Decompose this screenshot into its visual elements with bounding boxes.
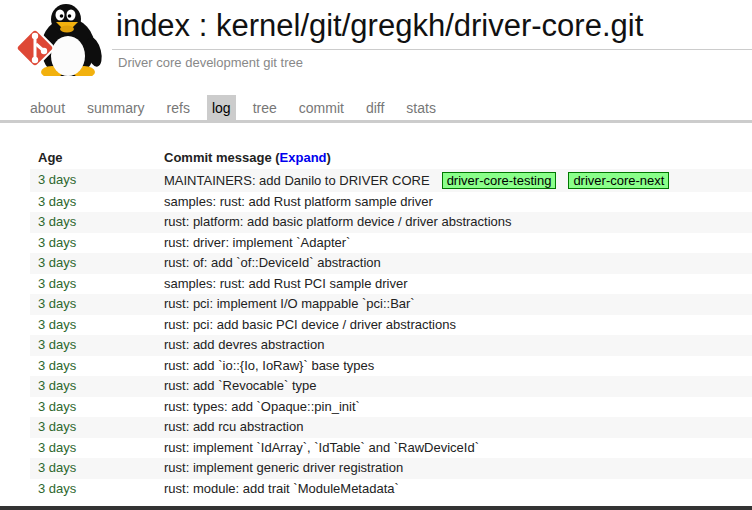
commit-row: 3 daysrust: platform: add basic platform… [30, 212, 752, 233]
commit-age: 3 days [38, 172, 76, 187]
commit-header-suffix: ) [327, 150, 331, 165]
page-title[interactable]: index : kernel/git/gregkh/driver-core.gi… [112, 2, 752, 49]
commit-row: 3 daysrust: types: add `Opaque::pin_init… [30, 397, 752, 418]
commit-message-link[interactable]: MAINTAINERS: add Danilo to DRIVER CORE [164, 173, 430, 188]
commit-message-link[interactable]: rust: pci: implement I/O mappable `pci::… [164, 296, 415, 311]
commit-row: 3 daysrust: add devres abstraction [30, 335, 752, 356]
commit-age: 3 days [38, 255, 76, 270]
commit-message-cell: rust: driver: implement `Adapter` [156, 233, 752, 254]
commit-row: 3 dayssamples: rust: add Rust PCI sample… [30, 274, 752, 295]
commit-age: 3 days [38, 194, 76, 209]
commit-age-cell: 3 days [30, 458, 156, 479]
commit-row: 3 daysrust: module: add trait `ModuleMet… [30, 479, 752, 500]
tab-log[interactable]: log [207, 95, 236, 120]
repo-description: Driver core development git tree [112, 49, 752, 70]
commit-message-cell: rust: add rcu abstraction [156, 417, 752, 438]
commit-age-cell: 3 days [30, 417, 156, 438]
tab-summary[interactable]: summary [82, 95, 150, 120]
commit-age: 3 days [38, 440, 76, 455]
bottom-edge-bar [0, 506, 752, 510]
commit-age: 3 days [38, 378, 76, 393]
commit-message-link[interactable]: samples: rust: add Rust platform sample … [164, 194, 433, 209]
column-header-commit-message: Commit message (Expand) [156, 148, 752, 169]
commit-age-cell: 3 days [30, 356, 156, 377]
commit-age-cell: 3 days [30, 294, 156, 315]
commit-age: 3 days [38, 317, 76, 332]
log-table: Age Commit message (Expand) 3 daysMAINTA… [30, 148, 752, 499]
tab-about[interactable]: about [25, 95, 70, 120]
tab-tree[interactable]: tree [248, 95, 282, 120]
content: Age Commit message (Expand) 3 daysMAINTA… [0, 148, 752, 499]
tab-bar: aboutsummaryrefslogtreecommitdiffstats [0, 95, 752, 123]
commit-row: 3 daysrust: of: add `of::DeviceId` abstr… [30, 253, 752, 274]
tab-diff[interactable]: diff [361, 95, 389, 120]
commit-message-cell: rust: implement generic driver registrat… [156, 458, 752, 479]
commit-age-cell: 3 days [30, 479, 156, 500]
branch-decoration-badge[interactable]: driver-core-next [568, 172, 669, 189]
column-header-age: Age [30, 148, 156, 169]
cgit-logo[interactable] [4, 2, 110, 76]
commit-message-cell: samples: rust: add Rust platform sample … [156, 192, 752, 213]
commit-age-cell: 3 days [30, 376, 156, 397]
commit-age: 3 days [38, 296, 76, 311]
commit-message-link[interactable]: rust: add `io::{Io, IoRaw}` base types [164, 358, 374, 373]
commit-message-link[interactable]: rust: of: add `of::DeviceId` abstraction [164, 255, 381, 270]
commit-age-cell: 3 days [30, 169, 156, 192]
header-main: index : kernel/git/gregkh/driver-core.gi… [112, 2, 752, 70]
commit-message-cell: rust: implement `IdArray`, `IdTable` and… [156, 438, 752, 459]
commit-age: 3 days [38, 399, 76, 414]
commit-age: 3 days [38, 276, 76, 291]
commit-message-link[interactable]: rust: implement generic driver registrat… [164, 460, 403, 475]
commit-row: 3 daysrust: add `Revocable` type [30, 376, 752, 397]
commit-row: 3 daysrust: add rcu abstraction [30, 417, 752, 438]
commit-age: 3 days [38, 358, 76, 373]
commit-age: 3 days [38, 460, 76, 475]
commit-age-cell: 3 days [30, 192, 156, 213]
header: index : kernel/git/gregkh/driver-core.gi… [0, 0, 752, 70]
commit-age-cell: 3 days [30, 335, 156, 356]
commit-message-cell: rust: platform: add basic platform devic… [156, 212, 752, 233]
commit-message-link[interactable]: rust: add devres abstraction [164, 337, 324, 352]
commit-age-cell: 3 days [30, 274, 156, 295]
commit-message-cell: samples: rust: add Rust PCI sample drive… [156, 274, 752, 295]
commit-message-link[interactable]: rust: driver: implement `Adapter` [164, 235, 350, 250]
commit-age-cell: 3 days [30, 233, 156, 254]
commit-message-cell: rust: types: add `Opaque::pin_init` [156, 397, 752, 418]
cgit-page: index : kernel/git/gregkh/driver-core.gi… [0, 0, 752, 510]
commit-message-cell: rust: pci: add basic PCI device / driver… [156, 315, 752, 336]
commit-row: 3 daysrust: pci: add basic PCI device / … [30, 315, 752, 336]
commit-age: 3 days [38, 337, 76, 352]
tab-refs[interactable]: refs [162, 95, 195, 120]
commit-message-cell: MAINTAINERS: add Danilo to DRIVER COREdr… [156, 169, 752, 192]
commit-age-cell: 3 days [30, 397, 156, 418]
commit-message-cell: rust: module: add trait `ModuleMetadata` [156, 479, 752, 500]
commit-row: 3 daysMAINTAINERS: add Danilo to DRIVER … [30, 169, 752, 192]
commit-row: 3 daysrust: add `io::{Io, IoRaw}` base t… [30, 356, 752, 377]
commit-row: 3 daysrust: driver: implement `Adapter` [30, 233, 752, 254]
commit-age-cell: 3 days [30, 438, 156, 459]
commit-message-link[interactable]: rust: implement `IdArray`, `IdTable` and… [164, 440, 479, 455]
commit-message-link[interactable]: rust: platform: add basic platform devic… [164, 214, 512, 229]
commit-message-cell: rust: add `io::{Io, IoRaw}` base types [156, 356, 752, 377]
commit-age: 3 days [38, 214, 76, 229]
commit-header-prefix: Commit message ( [164, 150, 280, 165]
commit-message-link[interactable]: rust: pci: add basic PCI device / driver… [164, 317, 456, 332]
commit-row: 3 daysrust: implement generic driver reg… [30, 458, 752, 479]
commit-message-link[interactable]: samples: rust: add Rust PCI sample drive… [164, 276, 407, 291]
commit-message-cell: rust: pci: implement I/O mappable `pci::… [156, 294, 752, 315]
commit-age-cell: 3 days [30, 212, 156, 233]
commit-message-link[interactable]: rust: add `Revocable` type [164, 378, 316, 393]
commit-message-link[interactable]: rust: add rcu abstraction [164, 419, 303, 434]
commit-age: 3 days [38, 235, 76, 250]
commit-message-link[interactable]: rust: types: add `Opaque::pin_init` [164, 399, 360, 414]
branch-decoration-badge[interactable]: driver-core-testing [442, 172, 557, 189]
commit-age: 3 days [38, 481, 76, 496]
commit-row: 3 dayssamples: rust: add Rust platform s… [30, 192, 752, 213]
commit-age: 3 days [38, 419, 76, 434]
expand-link[interactable]: Expand [280, 150, 327, 165]
tab-stats[interactable]: stats [401, 95, 441, 120]
commit-message-cell: rust: add `Revocable` type [156, 376, 752, 397]
tab-commit[interactable]: commit [294, 95, 349, 120]
commit-message-link[interactable]: rust: module: add trait `ModuleMetadata` [164, 481, 399, 496]
tux-git-logo-icon [4, 2, 110, 76]
